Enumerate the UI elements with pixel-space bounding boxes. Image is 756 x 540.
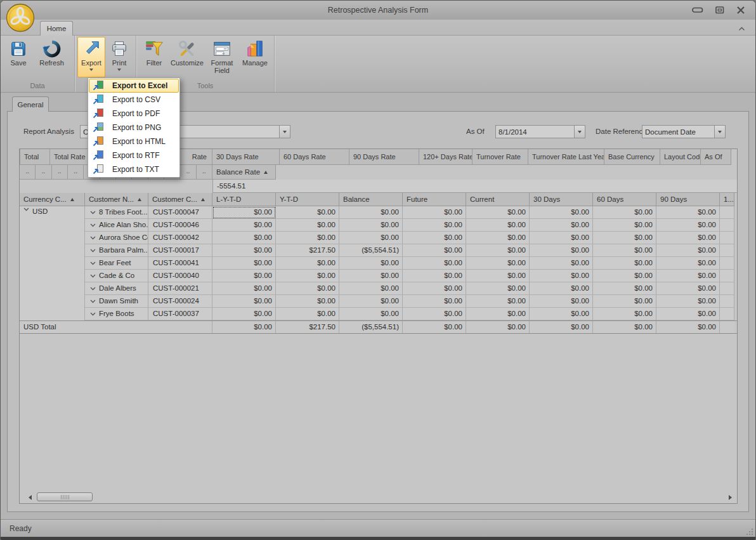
customer-code-cell[interactable]: CUST-000041 — [148, 257, 212, 270]
resize-grip-icon[interactable] — [746, 528, 753, 536]
chevron-down-icon[interactable] — [90, 211, 96, 214]
cell-ytd[interactable]: $0.00 — [276, 219, 339, 232]
cell-balance[interactable]: $0.00 — [339, 295, 403, 308]
band-header-total[interactable]: Total — [20, 149, 50, 165]
menu-item[interactable]: Export to TXT — [89, 162, 179, 176]
cell-30-days[interactable]: $0.00 — [530, 308, 593, 320]
tab-home[interactable]: Home — [40, 21, 73, 36]
cell-balance[interactable]: $0.00 — [339, 308, 403, 320]
cell-30-days[interactable]: $0.00 — [530, 232, 593, 244]
currency-group-cell[interactable]: USD — [20, 206, 85, 320]
customer-name-cell[interactable]: Dale Albers — [85, 282, 148, 295]
menu-item[interactable]: Export to CSV — [89, 93, 179, 107]
cell-lytd[interactable]: $0.00 — [212, 244, 276, 257]
filter-button[interactable]: Filter — [139, 37, 169, 77]
cell-30-days[interactable]: $0.00 — [530, 206, 593, 219]
chevron-down-icon[interactable] — [90, 223, 96, 227]
customer-code-cell[interactable]: CUST-000017 — [148, 244, 212, 257]
refresh-button[interactable]: Refresh — [34, 37, 70, 77]
table-row[interactable]: Barbara Palm... CUST-000017 $0.00 $217.5… — [85, 244, 734, 257]
band-header-layout-code[interactable]: Layout Code — [660, 149, 701, 165]
band-header-90-days-rate[interactable]: 90 Days Rate — [349, 149, 419, 165]
cell-future[interactable]: $0.00 — [403, 295, 466, 308]
cell-30-days[interactable]: $0.00 — [530, 270, 593, 282]
cell-ytd[interactable]: $0.00 — [276, 232, 339, 244]
cell-current[interactable]: $0.00 — [466, 206, 530, 219]
customer-code-cell[interactable]: CUST-000042 — [148, 232, 212, 244]
cell-balance[interactable]: $0.00 — [339, 282, 403, 295]
customer-code-cell[interactable]: CUST-000046 — [148, 219, 212, 232]
cell-60-days[interactable]: $0.00 — [593, 295, 656, 308]
customer-name-cell[interactable]: Frye Boots — [85, 308, 148, 320]
table-row[interactable]: Frye Boots CUST-000037 $0.00 $0.00 $0.00… — [85, 308, 734, 320]
chevron-down-icon[interactable] — [90, 300, 96, 303]
cell-ytd[interactable]: $0.00 — [276, 270, 339, 282]
chevron-down-icon[interactable] — [90, 274, 96, 278]
cell-lytd[interactable]: $0.00 — [212, 282, 276, 295]
customer-name-cell[interactable]: Bear Feet — [85, 257, 148, 270]
column-header-balance[interactable]: Balance — [339, 193, 403, 206]
column-header-customer-code[interactable]: Customer C... — [148, 193, 212, 206]
band-header-balance-rate[interactable]: Balance Rate — [212, 165, 276, 180]
print-button[interactable]: Print — [105, 37, 133, 77]
cell-overflow[interactable] — [720, 282, 734, 295]
band-header-turnover-rate[interactable]: Turnover Rate — [472, 149, 528, 165]
balance-rate-value[interactable]: -5554.51 — [212, 180, 737, 193]
chevron-down-icon[interactable] — [90, 236, 96, 240]
ribbon-collapse-button[interactable] — [738, 22, 745, 34]
cell-current[interactable]: $0.00 — [466, 308, 530, 320]
cell-overflow[interactable] — [720, 219, 734, 232]
cell-90-days[interactable]: $0.00 — [656, 308, 720, 320]
cell-90-days[interactable]: $0.00 — [656, 270, 720, 282]
chevron-down-icon[interactable] — [90, 249, 96, 253]
minimize-button[interactable] — [692, 7, 703, 13]
band-collapsed-cell[interactable]: .. — [197, 165, 212, 180]
cell-balance[interactable]: ($5,554.51) — [339, 244, 403, 257]
band-header-60-days-rate[interactable]: 60 Days Rate — [280, 149, 349, 165]
scroll-left-button[interactable] — [26, 493, 34, 501]
chevron-down-icon[interactable] — [23, 207, 29, 211]
menu-item[interactable]: Export to PDF — [89, 107, 179, 121]
band-header-rate[interactable]: Rate — [179, 149, 212, 165]
band-header-as-of[interactable]: As Of — [701, 149, 731, 165]
usd-total-row[interactable]: USD Total $0.00 $217.50 ($5,554.51) $0.0… — [20, 320, 737, 334]
cell-balance[interactable]: $0.00 — [339, 232, 403, 244]
cell-future[interactable]: $0.00 — [403, 257, 466, 270]
cell-60-days[interactable]: $0.00 — [593, 270, 656, 282]
cell-90-days[interactable]: $0.00 — [656, 206, 720, 219]
table-row[interactable]: Dawn Smith CUST-000024 $0.00 $0.00 $0.00… — [85, 295, 734, 308]
cell-lytd[interactable]: $0.00 — [212, 308, 276, 320]
cell-ytd[interactable]: $0.00 — [276, 308, 339, 320]
cell-90-days[interactable]: $0.00 — [656, 232, 720, 244]
cell-balance[interactable]: $0.00 — [339, 206, 403, 219]
band-header-base-currency[interactable]: Base Currency — [604, 149, 660, 165]
customize-button[interactable]: Customize — [169, 37, 205, 77]
customer-code-cell[interactable]: CUST-000021 — [148, 282, 212, 295]
cell-overflow[interactable] — [720, 270, 734, 282]
as-of-combo[interactable]: 8/1/2014 — [495, 125, 585, 138]
cell-ytd[interactable]: $0.00 — [276, 206, 339, 219]
cell-60-days[interactable]: $0.00 — [593, 232, 656, 244]
cell-current[interactable]: $0.00 — [466, 244, 530, 257]
cell-balance[interactable]: $0.00 — [339, 270, 403, 282]
cell-lytd[interactable]: $0.00 — [212, 295, 276, 308]
cell-30-days[interactable]: $0.00 — [530, 257, 593, 270]
cell-ytd[interactable]: $0.00 — [276, 282, 339, 295]
cell-future[interactable]: $0.00 — [403, 282, 466, 295]
cell-90-days[interactable]: $0.00 — [656, 244, 720, 257]
customer-code-cell[interactable]: CUST-000037 — [148, 308, 212, 320]
cell-overflow[interactable] — [720, 295, 734, 308]
table-row[interactable]: Bear Feet CUST-000041 $0.00 $0.00 $0.00 … — [85, 257, 734, 270]
cell-30-days[interactable]: $0.00 — [530, 219, 593, 232]
column-header-future[interactable]: Future — [403, 193, 466, 206]
band-collapsed-cell[interactable]: .. — [36, 165, 51, 180]
band-header-120-days-rate[interactable]: 120+ Days Rate — [419, 149, 472, 165]
format-field-button[interactable]: Format Field — [205, 37, 239, 77]
column-header-currency-code[interactable]: Currency C... — [20, 193, 85, 206]
cell-ytd[interactable]: $0.00 — [276, 295, 339, 308]
band-collapsed-cell[interactable]: .. — [52, 165, 68, 180]
band-collapsed-cell[interactable]: .. — [68, 165, 84, 180]
app-logo-icon[interactable] — [6, 3, 35, 32]
cell-future[interactable]: $0.00 — [403, 219, 466, 232]
menu-item[interactable]: Export to RTF — [89, 148, 179, 162]
